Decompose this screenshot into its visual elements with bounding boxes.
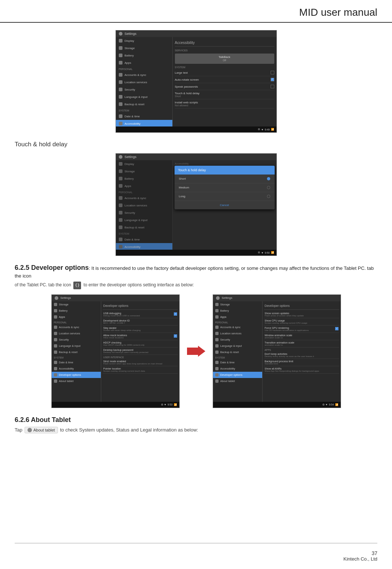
settings-titlebar-2: Settings: [116, 154, 276, 160]
svg-marker-0: [187, 346, 205, 357]
developer-options-section: 6.2.5 Developer options: It is recommend…: [15, 264, 377, 289]
status-bar-dev-right: ⚙ ▼ 9:54 📶: [213, 402, 341, 408]
menu-item-apps-2: Apps: [116, 182, 172, 190]
developer-options-title: 6.2.5 Developer options: It is recommend…: [15, 264, 377, 279]
developer-options-desc: of the Tablet PC. tab the icon {} to ent…: [15, 282, 377, 289]
menu-item-storage-2: Storage: [116, 168, 172, 175]
dialog-title: Touch & hold delay: [175, 166, 275, 175]
dev-screenshot-right: Settings Storage Battery Apps PERSONAL A…: [213, 294, 341, 408]
menu-item-accounts-2: Accounts & sync: [116, 194, 172, 202]
settings-right-panel: Accessibility SERVICES TalkBackOff SYSTE…: [173, 37, 276, 126]
accessibility-icon: [119, 122, 122, 125]
menu-item-language: Language & input: [116, 93, 172, 100]
page-title: MID user manual: [15, 7, 377, 18]
menu-item-security: Security: [116, 86, 172, 93]
settings-left-menu: Display Storage Battery Apps: [116, 37, 173, 126]
status-bar-2: ⚙ ▼ 9:50 📶: [116, 250, 276, 256]
dialog-option-medium: Medium: [175, 183, 275, 192]
menu-item-accessibility: Accessibility: [116, 120, 172, 126]
speak-passwords-row: Speak passwords: [175, 83, 274, 90]
accessibility-panel-title: Accessibility: [175, 39, 274, 47]
auto-rotate-checkbox: [271, 78, 274, 81]
system-section-label: SYSTEM: [116, 108, 172, 113]
datetime-icon: [119, 114, 122, 118]
settings-gear-icon-2: [119, 155, 122, 159]
company-name: Kintech Co., Ltd: [344, 556, 378, 562]
arrow-right: [187, 346, 205, 357]
menu-item-datetime-2: Date & time: [116, 236, 172, 243]
about-tablet-badge: About tablet: [25, 427, 58, 433]
storage-icon: [119, 46, 122, 50]
dialog-cancel-button[interactable]: Cancel: [175, 201, 275, 209]
menu-item-location: Location services: [116, 78, 172, 86]
dialog-option-long: Long: [175, 192, 275, 201]
menu-item-language-2: Language & input: [116, 216, 172, 224]
page-header: MID user manual: [0, 0, 392, 23]
menu-item-location-2: Location services: [116, 202, 172, 209]
page-number: 37: [344, 550, 378, 556]
language-icon: [119, 95, 122, 99]
accounts-icon: [119, 73, 122, 77]
long-radio: [267, 195, 270, 198]
about-tablet-desc: Tap About tablet to check System updates…: [15, 427, 377, 433]
settings-titlebar: Settings: [116, 30, 276, 37]
developer-screenshots: Settings Storage Battery Apps PERSONAL A…: [15, 294, 377, 408]
apps-icon: [119, 61, 122, 65]
menu-item-apps: Apps: [116, 59, 172, 66]
speak-passwords-checkbox: [271, 85, 274, 88]
auto-rotate-row: Auto-rotate screen: [175, 76, 274, 83]
settings-gear-icon: [119, 32, 122, 36]
braces-icon: {}: [73, 282, 81, 289]
large-text-row: Large text: [175, 69, 274, 76]
status-bar-dev-left: ⚙ ▼ 9:53 📶: [52, 402, 179, 408]
menu-item-battery-2: Battery: [116, 175, 172, 182]
display-icon: [119, 39, 122, 43]
install-web-row: Install web scripts Not allowed: [175, 99, 274, 109]
menu-item-display: Display: [116, 37, 172, 44]
short-radio: [267, 177, 270, 180]
dev-left-menu: Storage Battery Apps PERSONAL Accounts &…: [52, 301, 101, 402]
menu-item-battery: Battery: [116, 52, 172, 59]
backup-icon: [119, 102, 122, 106]
location-icon: [119, 80, 122, 84]
large-text-checkbox: [271, 71, 274, 74]
battery-icon: [119, 54, 122, 57]
status-bar-1: ⚙ ▼ 9:49 📶: [116, 126, 276, 132]
talkback-button: TalkBackOff: [175, 54, 274, 64]
menu-item-security-2: Security: [116, 209, 172, 216]
menu-item-backup-2: Backup & reset: [116, 224, 172, 231]
screenshot-accessibility: Settings Display Storage: [15, 30, 377, 133]
about-tablet-badge-icon: [28, 428, 32, 432]
dev-right-left-menu: Storage Battery Apps PERSONAL Accounts &…: [213, 301, 263, 402]
page-footer: 37 Kintech Co., Ltd: [344, 550, 378, 562]
dev-screenshot-left: Settings Storage Battery Apps PERSONAL A…: [51, 294, 180, 408]
menu-item-datetime: Date & time: [116, 113, 172, 120]
dev-right-panel-right: Developer options Show screen updatesFla…: [263, 301, 341, 402]
about-tablet-title: 6.2.6 About Tablet: [15, 416, 377, 424]
dialog-option-short: Short: [175, 175, 275, 183]
touch-hold-dialog: Touch & hold delay Short Medium Long: [175, 166, 275, 209]
settings-title-text: Settings: [125, 32, 137, 36]
dev-right-panel-left: Developer options USB debuggingDebug mod…: [101, 301, 179, 402]
screenshot-touch-hold: Settings Display Storage Battery: [15, 153, 377, 256]
menu-item-display-2: Display: [116, 160, 172, 168]
personal-section-label: PERSONAL: [116, 66, 172, 71]
touch-hold-section-label: Touch & hold delay: [15, 141, 377, 148]
footer-line: [15, 543, 377, 543]
menu-item-storage: Storage: [116, 44, 172, 52]
menu-item-accessibility-2: Accessibility: [116, 243, 172, 250]
settings-left-menu-2: Display Storage Battery Apps PERSONAL: [116, 160, 173, 250]
menu-item-accounts: Accounts & sync: [116, 71, 172, 78]
menu-item-backup: Backup & reset: [116, 100, 172, 108]
touch-hold-row: Touch & hold delay Short: [175, 90, 274, 99]
medium-radio: [267, 186, 270, 189]
about-tablet-section: 6.2.6 About Tablet Tap About tablet to c…: [15, 416, 377, 433]
security-icon: [119, 88, 122, 91]
